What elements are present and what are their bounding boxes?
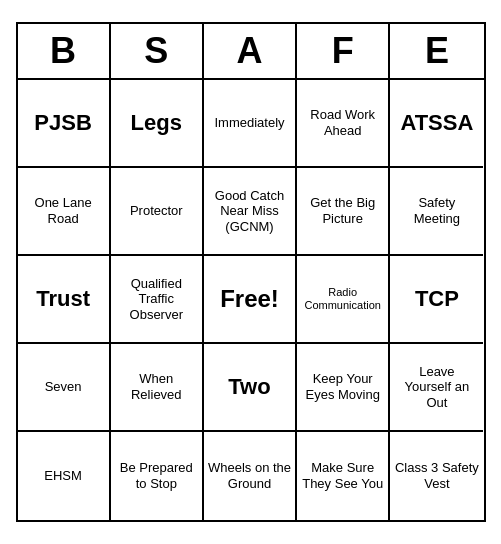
- header-letter: F: [297, 24, 390, 78]
- header-letter: E: [390, 24, 483, 78]
- bingo-grid: PJSBLegsImmediatelyRoad Work AheadATSSAO…: [18, 80, 484, 520]
- bingo-cell: Qualified Traffic Observer: [111, 256, 204, 344]
- header-letter: S: [111, 24, 204, 78]
- bingo-cell: TCP: [390, 256, 483, 344]
- bingo-header: BSAFE: [18, 24, 484, 80]
- bingo-cell: Immediately: [204, 80, 297, 168]
- bingo-cell: Good Catch Near Miss (GCNM): [204, 168, 297, 256]
- header-letter: A: [204, 24, 297, 78]
- bingo-cell: EHSM: [18, 432, 111, 520]
- bingo-cell: When Relieved: [111, 344, 204, 432]
- bingo-cell: Make Sure They See You: [297, 432, 390, 520]
- bingo-cell: Free!: [204, 256, 297, 344]
- bingo-cell: Leave Yourself an Out: [390, 344, 483, 432]
- bingo-card: BSAFE PJSBLegsImmediatelyRoad Work Ahead…: [16, 22, 486, 522]
- header-letter: B: [18, 24, 111, 78]
- bingo-cell: PJSB: [18, 80, 111, 168]
- bingo-cell: ATSSA: [390, 80, 483, 168]
- bingo-cell: Seven: [18, 344, 111, 432]
- bingo-cell: Be Prepared to Stop: [111, 432, 204, 520]
- bingo-cell: Keep Your Eyes Moving: [297, 344, 390, 432]
- bingo-cell: Two: [204, 344, 297, 432]
- bingo-cell: Legs: [111, 80, 204, 168]
- bingo-cell: One Lane Road: [18, 168, 111, 256]
- bingo-cell: Road Work Ahead: [297, 80, 390, 168]
- bingo-cell: Trust: [18, 256, 111, 344]
- bingo-cell: Protector: [111, 168, 204, 256]
- bingo-cell: Wheels on the Ground: [204, 432, 297, 520]
- bingo-cell: Safety Meeting: [390, 168, 483, 256]
- bingo-cell: Get the Big Picture: [297, 168, 390, 256]
- bingo-cell: Radio Communication: [297, 256, 390, 344]
- bingo-cell: Class 3 Safety Vest: [390, 432, 483, 520]
